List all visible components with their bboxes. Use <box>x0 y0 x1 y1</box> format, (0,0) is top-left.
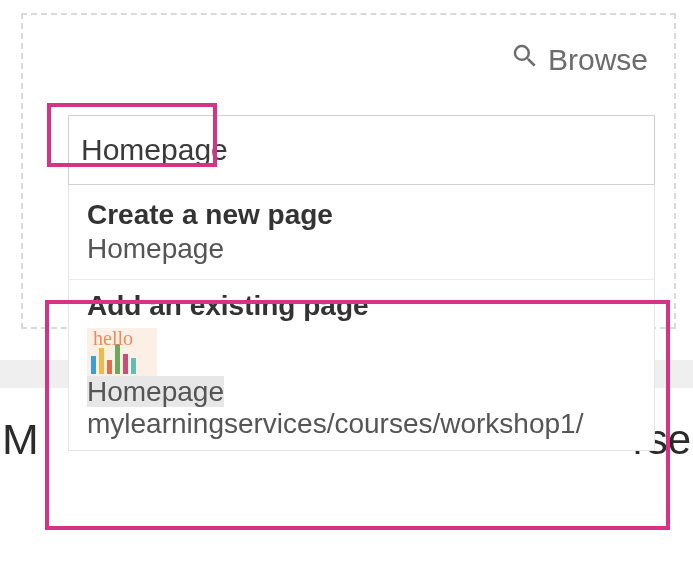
browse-label: Browse <box>548 43 648 77</box>
browse-button[interactable]: Browse <box>510 41 648 78</box>
dropzone-container: Browse Create a new page Homepage Add an… <box>21 13 676 329</box>
search-icon <box>510 41 540 78</box>
search-field-container[interactable] <box>68 115 655 185</box>
background-text-left: M <box>2 416 39 464</box>
page-search-input[interactable] <box>81 133 642 167</box>
existing-page-option[interactable]: Homepage mylearningservices/courses/work… <box>69 376 654 450</box>
existing-page-path: mylearningservices/courses/workshop1/ <box>87 408 636 440</box>
autocomplete-dropdown: Create a new page Homepage Add an existi… <box>68 185 655 451</box>
create-new-page-option[interactable]: Homepage <box>69 231 654 279</box>
create-new-page-header: Create a new page <box>69 185 654 231</box>
add-existing-page-header: Add an existing page <box>69 280 654 322</box>
page-thumbnail: hello <box>87 328 157 376</box>
existing-page-title: Homepage <box>87 376 636 408</box>
